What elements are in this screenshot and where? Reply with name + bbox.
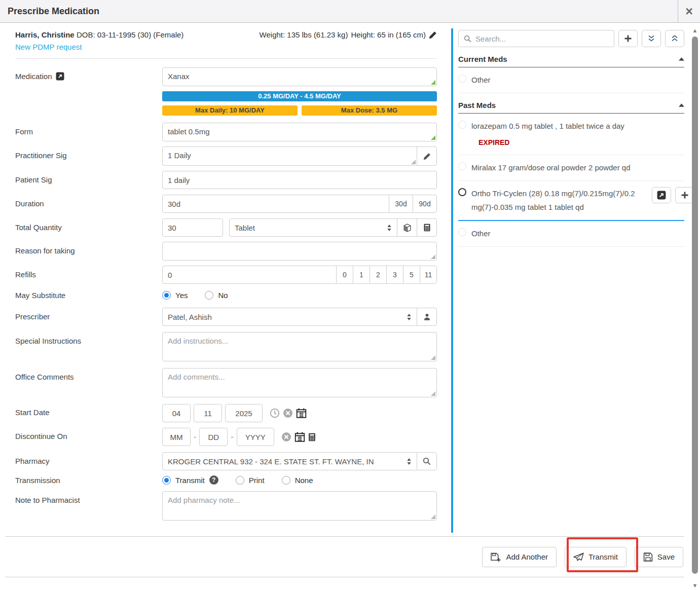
start-month-input[interactable]: 04 (162, 404, 191, 422)
start-date-calendar-icon[interactable] (296, 408, 307, 418)
transmit-help-icon[interactable]: ? (209, 475, 218, 485)
external-link-icon (657, 191, 666, 200)
med-radio[interactable] (458, 121, 466, 129)
med-external-link-button[interactable] (652, 187, 671, 203)
date-dash: - (194, 432, 196, 441)
substitute-yes-label: Yes (175, 291, 188, 300)
note-to-pharmacist-label: Note to Pharmacist (15, 496, 80, 504)
prescriber-select[interactable]: Patel, Ashish (162, 308, 417, 326)
duration-quick-90d-button[interactable]: 90d (413, 195, 437, 213)
form-input[interactable]: tablet 0.5mg (162, 123, 437, 141)
meds-search-field[interactable] (458, 30, 614, 47)
refills-quick-11-button[interactable]: 11 (420, 266, 437, 284)
duration-input[interactable]: 30d (162, 195, 389, 213)
scroll-up-arrow[interactable]: ▲ (690, 27, 699, 33)
patient-divider (15, 58, 437, 59)
close-button[interactable]: × (678, 0, 700, 22)
double-chevron-up-icon (671, 34, 679, 43)
new-pdmp-request-link[interactable]: New PDMP request (15, 43, 82, 51)
add-another-button[interactable]: Add Another (482, 547, 557, 567)
medication-external-link-icon[interactable] (56, 72, 64, 81)
dispense-package-button[interactable] (397, 218, 417, 237)
transmission-print-radio[interactable] (236, 476, 244, 485)
med-radio[interactable] (458, 162, 466, 170)
med-radio-selected[interactable] (458, 188, 466, 196)
discontinue-calendar-icon[interactable] (294, 432, 305, 442)
caret-up-icon (679, 57, 684, 61)
pharmacy-select[interactable]: KROGER CENTRAL 932 - 324 E. STATE ST. FT… (162, 452, 417, 470)
pharmacy-note-input[interactable]: Add pharmacy note... (162, 491, 437, 521)
quantity-input[interactable]: 30 (162, 218, 223, 237)
scroll-down-arrow[interactable]: ▼ (690, 582, 699, 588)
discontinue-clear-icon[interactable] (281, 432, 291, 442)
med-item-label: lorazepam 0.5 mg tablet , 1 tablet twice… (471, 122, 624, 130)
expired-badge: EXPIRED (478, 136, 624, 149)
medication-label: Medication (15, 72, 52, 81)
refills-quick-3-button[interactable]: 3 (386, 266, 403, 284)
refills-quick-5-button[interactable]: 5 (403, 266, 420, 284)
paper-plane-icon (573, 552, 584, 561)
past-med-miralax-item[interactable]: Miralax 17 gram/dose oral powder 2 powde… (458, 155, 684, 181)
med-item-label: Other (471, 227, 491, 240)
discontinue-day-input[interactable]: DD (199, 428, 228, 446)
start-day-input[interactable]: 11 (194, 404, 222, 422)
refills-input[interactable]: 0 (162, 266, 337, 284)
substitute-no-radio[interactable] (205, 291, 213, 300)
pharmacy-search-button[interactable] (417, 452, 437, 470)
reason-label: Reason for taking (15, 246, 75, 255)
collapse-all-button[interactable] (665, 30, 684, 47)
patient-vitals: Weight: 135 lbs (61.23 kg) Height: 65 in… (260, 30, 437, 39)
med-radio[interactable] (458, 75, 466, 83)
past-med-lorazepam-item[interactable]: lorazepam 0.5 mg tablet , 1 tablet twice… (458, 114, 684, 155)
office-comments-input[interactable]: Add comments... (162, 368, 437, 397)
expand-all-button[interactable] (642, 30, 661, 47)
prescriber-lookup-button[interactable] (417, 308, 437, 326)
current-meds-title: Current Meds (458, 55, 507, 63)
current-meds-header[interactable]: Current Meds (458, 55, 684, 67)
prescriber-label: Prescriber (15, 312, 50, 321)
past-med-other-item[interactable]: Other (458, 221, 684, 247)
pharmacy-value: KROGER CENTRAL 932 - 324 E. STATE ST. FT… (168, 457, 374, 466)
refills-quick-1-button[interactable]: 1 (353, 266, 370, 284)
add-med-button[interactable] (618, 30, 638, 47)
special-instructions-input[interactable]: Add instructions... (162, 332, 437, 361)
start-date-clock-icon[interactable] (270, 408, 280, 418)
duration-quick-30d-button[interactable]: 30d (389, 195, 413, 213)
past-meds-header[interactable]: Past Meds (458, 101, 684, 114)
discontinue-calculator-icon[interactable] (308, 433, 316, 441)
edit-sig-button[interactable] (417, 146, 437, 166)
transmission-label: Transmission (15, 476, 60, 485)
substitute-yes-radio[interactable] (162, 291, 171, 300)
scrollbar-thumb[interactable] (692, 36, 698, 574)
medication-input[interactable]: Xanax (162, 67, 437, 86)
med-radio[interactable] (458, 228, 466, 236)
discontinue-month-input[interactable]: MM (162, 428, 191, 446)
start-date-clear-icon[interactable] (283, 408, 293, 418)
practitioner-sig-label: Practitioner Sig (15, 151, 67, 160)
vertical-scrollbar[interactable]: ▲ ▼ (690, 25, 699, 590)
reason-input[interactable] (162, 242, 437, 261)
past-med-ortho-item[interactable]: Ortho Tri-Cyclen (28) 0.18 mg(7)/0.215mg… (458, 181, 684, 221)
refills-quick-2-button[interactable]: 2 (370, 266, 387, 284)
discontinue-year-input[interactable]: YYYY (237, 428, 274, 446)
current-med-other-item[interactable]: Other (458, 67, 684, 93)
save-plus-icon (491, 552, 501, 562)
patient-sig-input[interactable]: 1 daily (162, 171, 437, 189)
start-year-input[interactable]: 2025 (225, 404, 263, 422)
save-button[interactable]: Save (635, 547, 683, 567)
transmission-none-radio[interactable] (282, 476, 290, 485)
edit-vitals-pencil-icon[interactable] (429, 31, 437, 39)
close-icon: × (685, 5, 693, 18)
quantity-unit-select[interactable]: Tablet (229, 218, 397, 237)
medication-label-wrap: Medication (15, 67, 162, 116)
patient-height: Height: 65 in (165 cm) (351, 30, 426, 39)
quantity-calculator-button[interactable] (417, 218, 437, 237)
refills-quick-0-button[interactable]: 0 (336, 266, 353, 284)
practitioner-sig-input[interactable]: 1 Daily (162, 146, 417, 166)
meds-search-input[interactable] (475, 34, 609, 43)
transmission-print-label: Print (249, 476, 265, 485)
transmission-transmit-radio[interactable] (162, 476, 171, 485)
transmit-button[interactable]: Transmit (565, 547, 627, 567)
total-quantity-label: Total Quantity (15, 223, 62, 232)
prescriber-value: Patel, Ashish (168, 313, 212, 321)
